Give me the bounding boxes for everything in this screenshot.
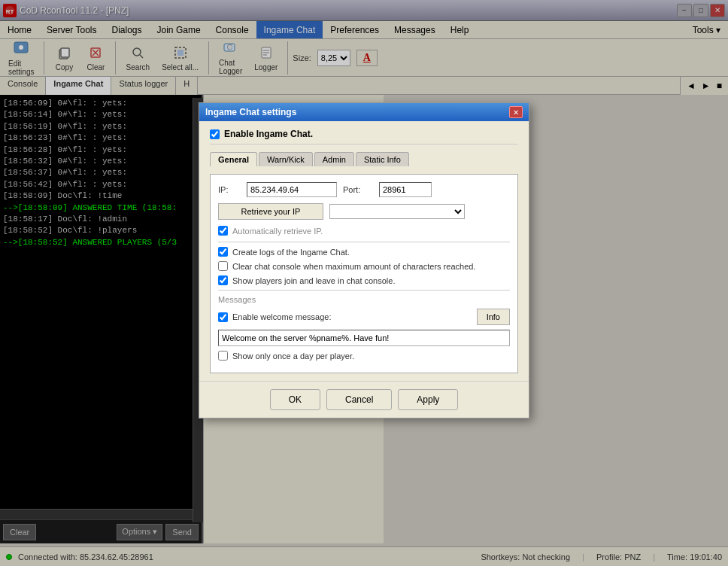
dialog-titlebar: Ingame Chat settings ✕ [199, 103, 529, 121]
show-join-label: Show players join and leave in chat cons… [232, 276, 395, 285]
welcome-message-input[interactable] [218, 330, 510, 346]
enable-ingame-chat-checkbox[interactable] [210, 129, 220, 139]
create-logs-row: Create logs of the Ingame Chat. [218, 247, 510, 257]
dialog-footer: OK Cancel Apply [199, 381, 529, 418]
messages-section-title: Messages [218, 290, 510, 304]
port-form-label: Port: [343, 185, 373, 194]
retrieve-ip-row: Retrieve your IP [218, 203, 510, 220]
show-join-row: Show players join and leave in chat cons… [218, 275, 510, 285]
clear-chat-row: Clear chat console when maximum amount o… [218, 261, 510, 271]
auto-retrieve-checkbox[interactable] [218, 226, 228, 236]
ip-form-label: IP: [218, 185, 241, 194]
dialog-tab-general-content: IP: Port: Retrieve your IP Automatically… [210, 174, 518, 373]
dialog-ip-input[interactable] [247, 182, 337, 197]
dialog-tab-admin[interactable]: Admin [314, 152, 354, 166]
enable-welcome-checkbox[interactable] [218, 312, 228, 322]
clear-chat-label: Clear chat console when maximum amount o… [232, 262, 475, 271]
clear-chat-checkbox[interactable] [218, 261, 228, 271]
ingame-chat-dialog: Ingame Chat settings ✕ Enable Ingame Cha… [199, 102, 529, 418]
enable-row: Enable Ingame Chat. [210, 129, 518, 145]
show-once-label: Show only once a day per player. [232, 351, 354, 361]
messages-section: Messages Enable welcome message: Info Sh… [218, 290, 510, 361]
retrieve-ip-button[interactable]: Retrieve your IP [218, 203, 323, 220]
auto-retrieve-row: Automatically retrieve IP. [218, 226, 510, 236]
dialog-title: Ingame Chat settings [205, 107, 296, 117]
divider1 [218, 242, 510, 242]
ip-dropdown[interactable] [329, 204, 465, 219]
dialog-close-button[interactable]: ✕ [509, 106, 523, 118]
enable-ingame-chat-label: Enable Ingame Chat. [224, 129, 313, 139]
dialog-tabs: General Warn/Kick Admin Static Info [210, 152, 518, 166]
auto-retrieve-label: Automatically retrieve IP. [232, 227, 323, 236]
dialog-content: Enable Ingame Chat. General Warn/Kick Ad… [199, 121, 529, 381]
dialog-tab-warn-kick[interactable]: Warn/Kick [259, 152, 313, 166]
show-once-checkbox[interactable] [218, 351, 228, 361]
ok-button[interactable]: OK [270, 389, 320, 410]
dialog-port-input[interactable] [379, 182, 432, 197]
cancel-button[interactable]: Cancel [326, 389, 392, 410]
dialog-tab-static-info[interactable]: Static Info [356, 152, 409, 166]
dialog-overlay: Ingame Chat settings ✕ Enable Ingame Cha… [0, 0, 728, 566]
create-logs-checkbox[interactable] [218, 247, 228, 257]
info-button[interactable]: Info [477, 309, 510, 325]
show-once-row: Show only once a day per player. [218, 351, 510, 361]
create-logs-label: Create logs of the Ingame Chat. [232, 248, 350, 257]
ip-port-form-row: IP: Port: [218, 182, 510, 197]
welcome-msg-row: Enable welcome message: Info [218, 309, 510, 325]
show-join-checkbox[interactable] [218, 275, 228, 285]
enable-welcome-label: Enable welcome message: [232, 312, 331, 321]
dialog-tab-general[interactable]: General [210, 152, 257, 166]
apply-button[interactable]: Apply [398, 389, 458, 410]
